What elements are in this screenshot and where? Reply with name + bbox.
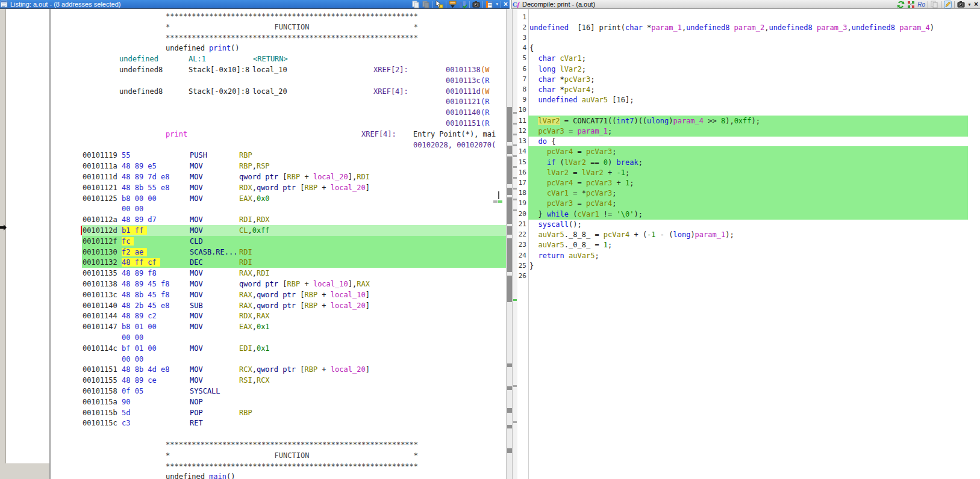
listing-row[interactable]: 00101140(R (0, 108, 506, 118)
refresh-icon[interactable] (897, 1, 905, 8)
decompile-line[interactable]: 22 auVar5._8_8_ = pcVar4 + (-1 - (long)p… (517, 230, 980, 240)
listing-row[interactable]: 00102028, 00102070( (0, 140, 506, 150)
listing-row[interactable]: ****************************************… (0, 11, 506, 22)
listing-display-options-icon[interactable] (485, 1, 493, 8)
listing-row[interactable]: undefined8Stack[-0x10]:8local_10XREF[2]:… (0, 65, 506, 75)
decompile-line[interactable]: 21 syscall(); (517, 220, 980, 230)
listing-row[interactable]: 001011580f 05SYSCALL (0, 386, 506, 397)
listing-row[interactable]: 00 00 (0, 354, 506, 365)
listing-row[interactable]: 00101125b8 00 00MOVEAX,0x0 (0, 194, 506, 204)
decompile-line[interactable]: 23 auVar5._0_8_ = 1; (517, 240, 980, 250)
listing-row[interactable]: 0010114048 2b 45 e8SUBRAX,qword ptr [RBP… (0, 301, 506, 311)
dropdown-icon[interactable]: ▾ (496, 2, 498, 7)
decompile-line[interactable]: 19 pcVar3 = pcVar4; (517, 199, 980, 209)
listing-row[interactable]: * FUNCTION * (0, 22, 506, 32)
snapshot-icon[interactable] (472, 1, 480, 8)
graph-icon[interactable] (907, 1, 915, 8)
cursor-arrow-icon[interactable] (435, 1, 443, 8)
snapshot-icon[interactable] (957, 1, 965, 8)
listing-row[interactable]: 00 00 (0, 204, 506, 214)
listing-text: , (252, 323, 257, 331)
copy-icon[interactable] (412, 1, 420, 8)
listing-row[interactable]: 0010115148 8b 4d e8MOVRCX,qword ptr [RBP… (0, 365, 506, 375)
decompile-line[interactable]: 15 if (lVar2 == 0) break; (517, 158, 980, 168)
close-icon[interactable]: × (974, 1, 978, 8)
listing-row[interactable]: 0010115cc3RET (0, 418, 506, 428)
decompile-line[interactable]: 26 (517, 271, 980, 282)
code-token (529, 147, 547, 156)
listing-row[interactable]: ****************************************… (0, 462, 506, 472)
listing-row[interactable]: 0010111d48 89 7d e8MOVqword ptr [RBP + l… (0, 172, 506, 182)
decompile-line[interactable]: 9 undefined auVar5 [16]; (517, 95, 980, 105)
decompile-line[interactable]: 12 pcVar3 = param_1; (517, 126, 980, 137)
listing-row[interactable]: 0010112a48 89 d7MOVRDI,RDX (0, 215, 506, 225)
dropdown-icon[interactable]: ▼ (967, 2, 972, 7)
diff-view-icon[interactable] (459, 1, 467, 8)
listing-row[interactable]: 0010113848 89 45 f8MOVqword ptr [RBP + l… (0, 279, 506, 289)
listing-row[interactable]: 0010114448 89 c2MOVRDX,RAX (0, 311, 506, 321)
listing-text: 00101119 (83, 151, 117, 159)
listing-row[interactable]: 0010111a48 89 e5MOVRBP,RSP (0, 161, 506, 172)
copy-icon[interactable] (931, 1, 938, 8)
listing-text: 00101144 (83, 312, 117, 320)
decompile-line[interactable]: 4{ (517, 43, 980, 54)
decompile-line[interactable]: 24 return auVar5; (517, 251, 980, 261)
listing-marker-bar[interactable] (506, 9, 513, 479)
listing-row[interactable]: 00101147b8 01 00MOVEAX,0x1 (0, 322, 506, 332)
listing-row[interactable]: * FUNCTION * (0, 451, 506, 461)
decompile-line[interactable]: 18 cVar1 = *pcVar3; (517, 188, 980, 199)
edit-icon[interactable] (944, 1, 952, 8)
decompile-line[interactable]: 7 char *pcVar3; (517, 75, 980, 85)
paste-icon[interactable] (422, 1, 430, 8)
listing-row[interactable]: 0010112ffcCLD (0, 236, 506, 247)
decompile-line[interactable]: 16 lVar2 = lVar2 + -1; (517, 168, 980, 178)
code-token: ( (569, 210, 577, 218)
decompile-line[interactable]: 10 (517, 105, 980, 116)
listing-row[interactable]: undefined print() (0, 43, 506, 54)
decompile-line[interactable]: 11 lVar2 = CONCAT71((int7)((ulong)param_… (517, 116, 980, 126)
listing-text: 48 89 e5 (122, 162, 157, 170)
listing-row[interactable]: 0010115a90NOP (0, 397, 506, 407)
listing-row[interactable]: undefined8Stack[-0x20]:8local_20XREF[4]:… (0, 87, 506, 97)
decompile-line[interactable]: 1 (517, 13, 980, 23)
decompile-line[interactable]: 13 do { (517, 137, 980, 147)
listing-row[interactable]: 00 00 (0, 333, 506, 343)
listing-row[interactable]: ****************************************… (0, 33, 506, 43)
listing-row[interactable]: 0010113248 ff cfDECRDI (0, 258, 506, 268)
decompile-line[interactable]: 17 pcVar4 = pcVar3 + 1; (517, 178, 980, 188)
listing-row[interactable]: 0010112148 8b 55 e8MOVRDX,qword ptr [RBP… (0, 183, 506, 193)
move-down-icon[interactable] (449, 1, 457, 8)
listing-row[interactable]: 0010111955PUSHRBP (0, 150, 506, 161)
listing-row[interactable]: 0010112db1 ffMOVCL,0xff (0, 226, 506, 236)
decompile-line[interactable]: 5 char cVar1; (517, 54, 980, 64)
listing-row[interactable]: 0010113c(R (0, 76, 506, 86)
listing-row[interactable]: 0010115b5dPOPRBP (0, 408, 506, 418)
decompile-line[interactable]: 6 long lVar2; (517, 64, 980, 75)
listing-text: RDX (257, 215, 270, 224)
decompile-line[interactable]: 2undefined [16] print(char *param_1,unde… (517, 23, 980, 33)
listing-row[interactable]: printXREF[4]:Entry Point(*), mai (0, 129, 506, 140)
decompile-line[interactable]: 25} (517, 261, 980, 271)
decompile-line[interactable]: 14 pcVar4 = pcVar3; (517, 147, 980, 157)
listing-row[interactable]: undefined main() (0, 472, 506, 479)
code-token (529, 220, 538, 229)
close-icon[interactable]: × (504, 1, 508, 8)
decompile-line[interactable]: 20 } while (cVar1 != '\0'); (517, 209, 980, 220)
listing-row[interactable]: ****************************************… (0, 440, 506, 450)
marker-dash (513, 209, 517, 211)
listing-row[interactable]: 0010113548 89 f8MOVRAX,RDI (0, 268, 506, 279)
listing-row[interactable]: undefinedAL:1<RETURN> (0, 54, 506, 64)
listing-row[interactable]: 0010113c48 8b 45 f8MOVRAX,qword ptr [RBP… (0, 290, 506, 300)
decompile-line[interactable]: 3 (517, 33, 980, 43)
listing-row[interactable]: 00101121(R (0, 97, 506, 107)
listing-row[interactable]: 0010115548 89 ceMOVRSI,RCX (0, 375, 506, 386)
code-token: undefined (538, 96, 577, 104)
marker-segment (507, 425, 512, 428)
listing-row[interactable]: 0010114cbf 01 00MOVEDI,0x1 (0, 344, 506, 354)
ro-badge[interactable]: Ro (917, 1, 925, 8)
listing-row[interactable]: 00101151(R (0, 119, 506, 129)
decompile-line[interactable]: 8 char *pcVar4; (517, 85, 980, 95)
listing-row[interactable]: 00101130f2 aeSCASB.RE...RDI (0, 247, 506, 258)
decompile-marker-bar[interactable] (513, 9, 517, 479)
marker-dash (513, 188, 517, 190)
